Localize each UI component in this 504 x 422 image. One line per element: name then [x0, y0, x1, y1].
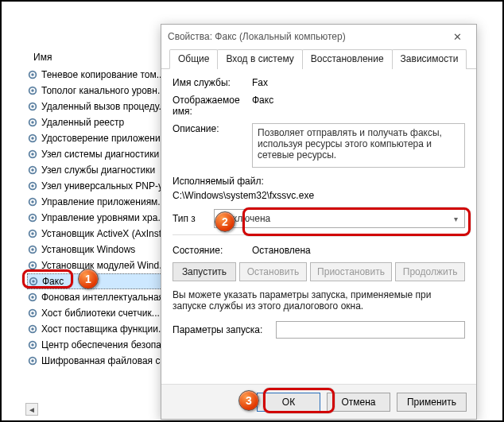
gear-icon	[27, 244, 38, 255]
svg-point-11	[31, 153, 34, 156]
gear-icon	[27, 260, 38, 271]
tab-2[interactable]: Восстановление	[302, 49, 393, 69]
svg-point-37	[31, 359, 34, 362]
svg-point-7	[31, 121, 34, 124]
gear-icon	[27, 339, 38, 350]
service-item[interactable]: Фоновая интеллектуальная ...	[27, 289, 169, 305]
service-item[interactable]: Узел системы диагностики	[27, 146, 169, 162]
service-item-label: Установщик ActiveX (AxInst...	[41, 228, 169, 239]
tab-0[interactable]: Общие	[169, 49, 218, 69]
label-display-name: Отображаемое имя:	[173, 95, 252, 117]
svg-point-31	[31, 312, 34, 315]
svg-point-9	[31, 137, 34, 140]
service-item-label: Установщик модулей Wind...	[41, 260, 167, 271]
service-item[interactable]: Установщик ActiveX (AxInst...	[27, 226, 169, 242]
close-icon[interactable]: ✕	[444, 28, 470, 45]
svg-point-3	[31, 89, 34, 92]
svg-point-15	[31, 184, 34, 188]
service-item-label: Узел универсальных PNP-у...	[41, 180, 169, 192]
service-item[interactable]: Управление приложениям...	[27, 194, 169, 210]
dialog-footer: ОК Отмена Применить	[161, 384, 476, 419]
service-item[interactable]: Центр обеспечения безопа...	[27, 337, 169, 353]
value-description[interactable]: Позволяет отправлять и получать факсы, и…	[252, 123, 465, 168]
service-item[interactable]: Установщик Windows	[27, 242, 169, 257]
stop-button: Остановить	[239, 262, 307, 281]
scroll-left-button[interactable]: ◄	[25, 403, 38, 416]
dialog-body: Имя службы: Fax Отображаемое имя: Факс О…	[161, 69, 476, 339]
startup-help-text: Вы можете указать параметры запуска, при…	[173, 289, 465, 312]
dialog-tabs: ОбщиеВход в системуВосстановлениеЗависим…	[161, 48, 476, 69]
label-description: Описание:	[173, 123, 252, 168]
service-item[interactable]: Управление уровнями хра...	[27, 210, 169, 226]
service-item[interactable]: Теневое копирование том...	[27, 67, 169, 83]
startup-type-value: Отключена	[221, 213, 270, 224]
tab-1[interactable]: Вход в систему	[217, 49, 302, 69]
gear-icon	[28, 276, 39, 287]
svg-point-5	[31, 105, 34, 108]
svg-point-21	[31, 232, 34, 235]
service-item-label: Управление приложениям...	[41, 196, 165, 207]
service-item[interactable]: Узел службы диагностики	[27, 162, 169, 178]
service-item-label: Удаленный реестр	[41, 117, 124, 128]
service-item-label: Хост поставщика функции...	[41, 323, 166, 335]
service-item-label: Удаленный вызов процеду...	[41, 101, 167, 112]
resume-button: Продолжить	[395, 262, 465, 281]
service-item-label: Узел системы диагностики	[41, 149, 159, 160]
gear-icon	[27, 212, 38, 223]
gear-icon	[27, 165, 38, 176]
gear-icon	[27, 85, 38, 96]
service-item[interactable]: Удостоверение приложени...	[27, 130, 169, 146]
services-list-panel: Имя Теневое копирование том...Тополог ка…	[2, 2, 169, 420]
service-item[interactable]: Факс	[27, 273, 169, 289]
gear-icon	[27, 228, 38, 239]
startup-type-combo[interactable]: Отключена ▾	[214, 209, 465, 228]
label-startup-type: Тип з	[173, 213, 214, 224]
service-item[interactable]: Установщик модулей Wind...	[27, 257, 169, 273]
service-item[interactable]: Шифрованная файловая с...	[27, 353, 169, 369]
service-item-label: Узел службы диагностики	[41, 165, 155, 176]
label-service-name: Имя службы:	[173, 77, 252, 88]
service-item-label: Установщик Windows	[41, 244, 135, 255]
gear-icon	[27, 117, 38, 128]
service-item[interactable]: Тополог канального уровн...	[27, 83, 169, 99]
label-start-params: Параметры запуска:	[173, 324, 276, 335]
svg-point-13	[31, 168, 34, 172]
apply-button[interactable]: Применить	[397, 393, 467, 412]
start-params-input[interactable]	[276, 321, 465, 339]
gear-icon	[27, 180, 38, 192]
service-item[interactable]: Узел универсальных PNP-у...	[27, 178, 169, 194]
label-state: Состояние:	[173, 245, 252, 256]
service-item-label: Управление уровнями хра...	[41, 212, 165, 223]
service-item-label: Тополог канального уровн...	[41, 85, 165, 96]
pause-button: Приостановить	[310, 262, 392, 281]
ok-button[interactable]: ОК	[257, 393, 320, 412]
service-item-label: Хост библиотеки счетчик...	[41, 308, 160, 319]
svg-point-19	[31, 216, 34, 219]
start-button[interactable]: Запустить	[173, 262, 236, 281]
service-item[interactable]: Удаленный вызов процеду...	[27, 99, 169, 114]
dialog-title: Свойства: Факс (Локальный компьютер)	[168, 31, 346, 42]
value-display-name: Факс	[252, 95, 465, 117]
svg-point-27	[32, 280, 35, 283]
services-list[interactable]: Теневое копирование том...Тополог каналь…	[27, 67, 169, 369]
service-item[interactable]: Хост библиотеки счетчик...	[27, 305, 169, 321]
service-item-label: Теневое копирование том...	[41, 69, 165, 80]
service-item-label: Удостоверение приложени...	[41, 133, 169, 144]
svg-point-35	[31, 343, 34, 347]
service-item-label: Фоновая интеллектуальная ...	[41, 292, 169, 303]
service-item[interactable]: Хост поставщика функции...	[27, 321, 169, 337]
service-item[interactable]: Удаленный реестр	[27, 114, 169, 130]
gear-icon	[27, 308, 38, 319]
value-service-name: Fax	[252, 77, 465, 88]
dialog-titlebar[interactable]: Свойства: Факс (Локальный компьютер) ✕	[161, 25, 476, 48]
gear-icon	[27, 133, 38, 144]
service-item-label: Факс	[42, 276, 64, 287]
cancel-button[interactable]: Отмена	[327, 393, 390, 412]
value-exe-path: C:\Windows\system32\fxssvc.exe	[173, 190, 465, 201]
label-exe: Исполняемый файл:	[173, 176, 465, 187]
tab-3[interactable]: Зависимости	[392, 49, 467, 69]
services-name-header: Имя	[33, 52, 52, 63]
value-state: Остановлена	[252, 245, 311, 256]
gear-icon	[27, 355, 38, 366]
service-item-label: Шифрованная файловая с...	[41, 355, 168, 366]
